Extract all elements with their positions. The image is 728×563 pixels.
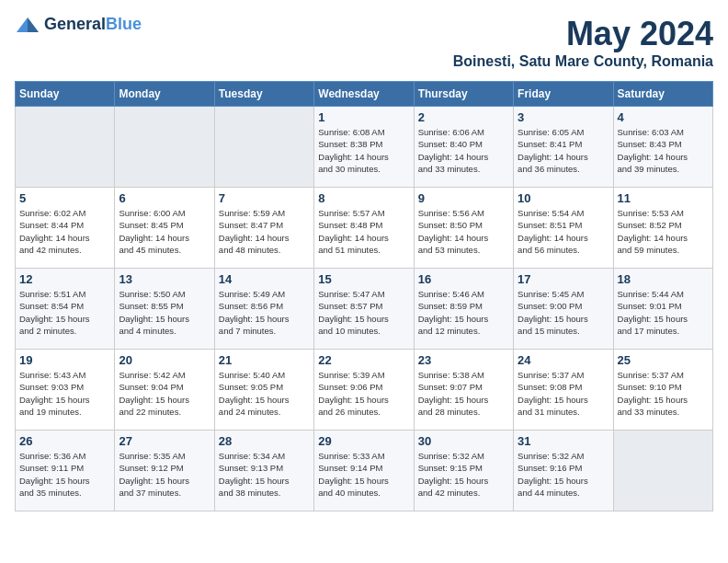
day-info: Sunrise: 5:40 AM Sunset: 9:05 PM Dayligh… [219, 369, 310, 418]
calendar-cell: 27Sunrise: 5:35 AM Sunset: 9:12 PM Dayli… [115, 431, 214, 511]
calendar-cell: 2Sunrise: 6:06 AM Sunset: 8:40 PM Daylig… [414, 107, 513, 188]
day-number: 17 [518, 272, 609, 286]
day-number: 14 [219, 272, 310, 286]
day-info: Sunrise: 6:02 AM Sunset: 8:44 PM Dayligh… [19, 207, 110, 256]
day-info: Sunrise: 5:42 AM Sunset: 9:04 PM Dayligh… [119, 369, 210, 418]
day-info: Sunrise: 6:06 AM Sunset: 8:40 PM Dayligh… [418, 126, 509, 175]
day-info: Sunrise: 5:46 AM Sunset: 8:59 PM Dayligh… [418, 288, 509, 337]
day-info: Sunrise: 6:08 AM Sunset: 8:38 PM Dayligh… [318, 126, 409, 175]
week-row-4: 19Sunrise: 5:43 AM Sunset: 9:03 PM Dayli… [16, 350, 713, 431]
day-info: Sunrise: 5:49 AM Sunset: 8:56 PM Dayligh… [219, 288, 310, 337]
calendar-cell: 3Sunrise: 6:05 AM Sunset: 8:41 PM Daylig… [514, 107, 613, 188]
calendar-cell: 26Sunrise: 5:36 AM Sunset: 9:11 PM Dayli… [16, 431, 115, 511]
day-info: Sunrise: 5:39 AM Sunset: 9:06 PM Dayligh… [318, 369, 409, 418]
day-number: 16 [418, 272, 509, 286]
week-row-5: 26Sunrise: 5:36 AM Sunset: 9:11 PM Dayli… [16, 431, 713, 511]
calendar-cell: 19Sunrise: 5:43 AM Sunset: 9:03 PM Dayli… [16, 350, 115, 431]
calendar-cell: 10Sunrise: 5:54 AM Sunset: 8:51 PM Dayli… [514, 188, 613, 269]
svg-marker-1 [28, 17, 39, 32]
day-info: Sunrise: 5:43 AM Sunset: 9:03 PM Dayligh… [19, 369, 110, 418]
day-number: 1 [318, 110, 409, 124]
logo-blue: Blue [106, 15, 142, 34]
calendar-cell: 18Sunrise: 5:44 AM Sunset: 9:01 PM Dayli… [613, 269, 712, 350]
day-info: Sunrise: 5:59 AM Sunset: 8:47 PM Dayligh… [219, 207, 310, 256]
day-number: 13 [119, 272, 210, 286]
day-info: Sunrise: 5:54 AM Sunset: 8:51 PM Dayligh… [518, 207, 609, 256]
day-number: 6 [119, 191, 210, 205]
calendar-cell: 13Sunrise: 5:50 AM Sunset: 8:55 PM Dayli… [115, 269, 214, 350]
day-number: 24 [518, 353, 609, 367]
day-number: 20 [119, 353, 210, 367]
day-number: 9 [418, 191, 509, 205]
calendar-cell [214, 107, 313, 188]
day-info: Sunrise: 5:56 AM Sunset: 8:50 PM Dayligh… [418, 207, 509, 256]
week-row-2: 5Sunrise: 6:02 AM Sunset: 8:44 PM Daylig… [16, 188, 713, 269]
calendar-cell: 6Sunrise: 6:00 AM Sunset: 8:45 PM Daylig… [115, 188, 214, 269]
calendar-cell [613, 431, 712, 511]
day-number: 3 [518, 110, 609, 124]
week-row-3: 12Sunrise: 5:51 AM Sunset: 8:54 PM Dayli… [16, 269, 713, 350]
day-info: Sunrise: 6:00 AM Sunset: 8:45 PM Dayligh… [119, 207, 210, 256]
calendar-table: Sunday Monday Tuesday Wednesday Thursday… [15, 81, 713, 511]
day-number: 11 [618, 191, 709, 205]
day-number: 7 [219, 191, 310, 205]
day-info: Sunrise: 5:44 AM Sunset: 9:01 PM Dayligh… [618, 288, 709, 337]
day-info: Sunrise: 5:35 AM Sunset: 9:12 PM Dayligh… [119, 450, 210, 499]
calendar-cell: 22Sunrise: 5:39 AM Sunset: 9:06 PM Dayli… [314, 350, 414, 431]
header-wednesday: Wednesday [314, 82, 414, 107]
day-info: Sunrise: 5:53 AM Sunset: 8:52 PM Dayligh… [618, 207, 709, 256]
calendar-cell: 30Sunrise: 5:32 AM Sunset: 9:15 PM Dayli… [414, 431, 513, 511]
day-info: Sunrise: 5:50 AM Sunset: 8:55 PM Dayligh… [119, 288, 210, 337]
calendar-cell: 11Sunrise: 5:53 AM Sunset: 8:52 PM Dayli… [613, 188, 712, 269]
day-info: Sunrise: 5:33 AM Sunset: 9:14 PM Dayligh… [318, 450, 409, 499]
calendar-cell: 24Sunrise: 5:37 AM Sunset: 9:08 PM Dayli… [514, 350, 613, 431]
day-info: Sunrise: 6:03 AM Sunset: 8:43 PM Dayligh… [618, 126, 709, 175]
calendar-cell: 7Sunrise: 5:59 AM Sunset: 8:47 PM Daylig… [214, 188, 313, 269]
day-info: Sunrise: 6:05 AM Sunset: 8:41 PM Dayligh… [518, 126, 609, 175]
day-info: Sunrise: 5:37 AM Sunset: 9:10 PM Dayligh… [618, 369, 709, 418]
logo-icon [15, 16, 40, 34]
calendar-cell: 23Sunrise: 5:38 AM Sunset: 9:07 PM Dayli… [414, 350, 513, 431]
header-monday: Monday [115, 82, 214, 107]
day-number: 21 [219, 353, 310, 367]
header-thursday: Thursday [414, 82, 513, 107]
day-number: 30 [418, 434, 509, 448]
header-row: Sunday Monday Tuesday Wednesday Thursday… [16, 82, 713, 107]
title-month: May 2024 [453, 15, 713, 53]
calendar-cell: 8Sunrise: 5:57 AM Sunset: 8:48 PM Daylig… [314, 188, 414, 269]
day-info: Sunrise: 5:51 AM Sunset: 8:54 PM Dayligh… [19, 288, 110, 337]
week-row-1: 1Sunrise: 6:08 AM Sunset: 8:38 PM Daylig… [16, 107, 713, 188]
calendar-cell: 20Sunrise: 5:42 AM Sunset: 9:04 PM Dayli… [115, 350, 214, 431]
day-number: 12 [19, 272, 110, 286]
calendar-cell: 25Sunrise: 5:37 AM Sunset: 9:10 PM Dayli… [613, 350, 712, 431]
day-number: 18 [618, 272, 709, 286]
calendar-cell: 16Sunrise: 5:46 AM Sunset: 8:59 PM Dayli… [414, 269, 513, 350]
header-saturday: Saturday [613, 82, 712, 107]
calendar-cell: 9Sunrise: 5:56 AM Sunset: 8:50 PM Daylig… [414, 188, 513, 269]
calendar-cell: 29Sunrise: 5:33 AM Sunset: 9:14 PM Dayli… [314, 431, 414, 511]
day-number: 5 [19, 191, 110, 205]
calendar-cell [16, 107, 115, 188]
day-number: 8 [318, 191, 409, 205]
day-info: Sunrise: 5:57 AM Sunset: 8:48 PM Dayligh… [318, 207, 409, 256]
day-number: 31 [518, 434, 609, 448]
title-block: May 2024 Boinesti, Satu Mare County, Rom… [453, 15, 713, 70]
calendar-cell: 15Sunrise: 5:47 AM Sunset: 8:57 PM Dayli… [314, 269, 414, 350]
day-number: 25 [618, 353, 709, 367]
day-info: Sunrise: 5:32 AM Sunset: 9:16 PM Dayligh… [518, 450, 609, 499]
day-info: Sunrise: 5:32 AM Sunset: 9:15 PM Dayligh… [418, 450, 509, 499]
calendar-cell: 21Sunrise: 5:40 AM Sunset: 9:05 PM Dayli… [214, 350, 313, 431]
header-tuesday: Tuesday [214, 82, 313, 107]
page-header: General Blue May 2024 Boinesti, Satu Mar… [15, 15, 713, 70]
day-info: Sunrise: 5:37 AM Sunset: 9:08 PM Dayligh… [518, 369, 609, 418]
day-info: Sunrise: 5:38 AM Sunset: 9:07 PM Dayligh… [418, 369, 509, 418]
calendar-cell [115, 107, 214, 188]
day-number: 23 [418, 353, 509, 367]
day-number: 19 [19, 353, 110, 367]
day-number: 15 [318, 272, 409, 286]
day-number: 29 [318, 434, 409, 448]
logo: General Blue [15, 15, 142, 34]
calendar-cell: 1Sunrise: 6:08 AM Sunset: 8:38 PM Daylig… [314, 107, 414, 188]
day-info: Sunrise: 5:45 AM Sunset: 9:00 PM Dayligh… [518, 288, 609, 337]
header-friday: Friday [514, 82, 613, 107]
